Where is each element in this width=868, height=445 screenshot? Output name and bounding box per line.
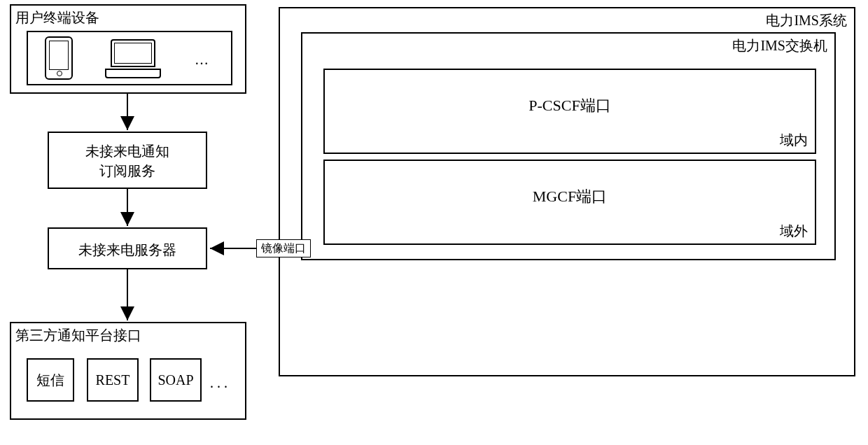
arrow-terminal-to-subscribe: [0, 0, 868, 445]
